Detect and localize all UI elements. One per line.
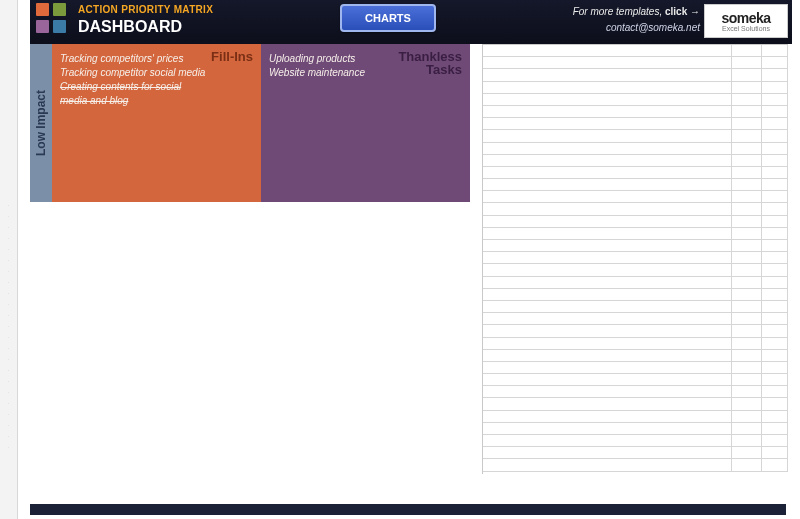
more-templates-link[interactable]: For more templates, click → (573, 6, 700, 17)
cell[interactable] (732, 277, 762, 288)
cell[interactable] (732, 69, 762, 80)
cell[interactable] (762, 45, 788, 56)
cell[interactable] (732, 106, 762, 117)
cell[interactable] (483, 386, 732, 397)
cell[interactable] (732, 57, 762, 68)
cell[interactable] (732, 203, 762, 214)
table-row[interactable] (483, 313, 788, 325)
cell[interactable] (483, 228, 732, 239)
table-row[interactable] (483, 338, 788, 350)
table-row[interactable] (483, 350, 788, 362)
cell[interactable] (762, 374, 788, 385)
cell[interactable] (483, 216, 732, 227)
table-row[interactable] (483, 57, 788, 69)
cell[interactable] (732, 350, 762, 361)
cell[interactable] (732, 82, 762, 93)
cell[interactable] (483, 289, 732, 300)
table-row[interactable] (483, 228, 788, 240)
table-row[interactable] (483, 179, 788, 191)
cell[interactable] (483, 143, 732, 154)
cell[interactable] (732, 398, 762, 409)
table-row[interactable] (483, 118, 788, 130)
cell[interactable] (762, 203, 788, 214)
cell[interactable] (483, 82, 732, 93)
cell[interactable] (762, 179, 788, 190)
cell[interactable] (483, 45, 732, 56)
table-row[interactable] (483, 398, 788, 410)
cell[interactable] (762, 216, 788, 227)
cell[interactable] (483, 69, 732, 80)
quadrant-fill-ins[interactable]: Fill-Ins Tracking competitors' pricesTra… (52, 44, 261, 202)
cell[interactable] (762, 277, 788, 288)
quadrant-thankless-tasks[interactable]: ThanklessTasks Uploading productsWebsite… (261, 44, 470, 202)
cell[interactable] (762, 252, 788, 263)
data-grid[interactable] (482, 44, 788, 474)
cell[interactable] (483, 130, 732, 141)
cell[interactable] (732, 313, 762, 324)
cell[interactable] (732, 130, 762, 141)
task-item[interactable]: Creating contents for social media and b… (60, 80, 210, 108)
cell[interactable] (483, 411, 732, 422)
cell[interactable] (732, 301, 762, 312)
cell[interactable] (762, 155, 788, 166)
table-row[interactable] (483, 155, 788, 167)
table-row[interactable] (483, 362, 788, 374)
table-row[interactable] (483, 264, 788, 276)
cell[interactable] (762, 386, 788, 397)
cell[interactable] (732, 191, 762, 202)
cell[interactable] (483, 191, 732, 202)
cell[interactable] (732, 179, 762, 190)
cell[interactable] (732, 228, 762, 239)
cell[interactable] (483, 362, 732, 373)
cell[interactable] (762, 57, 788, 68)
cell[interactable] (732, 362, 762, 373)
cell[interactable] (732, 459, 762, 470)
cell[interactable] (762, 143, 788, 154)
cell[interactable] (483, 398, 732, 409)
cell[interactable] (483, 459, 732, 470)
task-item[interactable]: Tracking competitor social media (60, 66, 210, 80)
cell[interactable] (762, 435, 788, 446)
table-row[interactable] (483, 143, 788, 155)
cell[interactable] (762, 325, 788, 336)
cell[interactable] (483, 301, 732, 312)
cell[interactable] (762, 289, 788, 300)
cell[interactable] (483, 94, 732, 105)
cell[interactable] (732, 338, 762, 349)
cell[interactable] (762, 240, 788, 251)
cell[interactable] (762, 411, 788, 422)
cell[interactable] (762, 459, 788, 470)
contact-email[interactable]: contact@someka.net (606, 22, 700, 33)
cell[interactable] (483, 277, 732, 288)
table-row[interactable] (483, 423, 788, 435)
task-item[interactable]: Website maintenance (269, 66, 419, 80)
cell[interactable] (732, 289, 762, 300)
table-row[interactable] (483, 130, 788, 142)
cell[interactable] (762, 69, 788, 80)
cell[interactable] (762, 191, 788, 202)
cell[interactable] (483, 313, 732, 324)
cell[interactable] (762, 338, 788, 349)
cell[interactable] (762, 350, 788, 361)
table-row[interactable] (483, 191, 788, 203)
cell[interactable] (483, 374, 732, 385)
table-row[interactable] (483, 106, 788, 118)
cell[interactable] (732, 252, 762, 263)
cell[interactable] (762, 423, 788, 434)
cell[interactable] (732, 435, 762, 446)
cell[interactable] (732, 325, 762, 336)
cell[interactable] (483, 155, 732, 166)
cell[interactable] (483, 240, 732, 251)
cell[interactable] (732, 94, 762, 105)
cell[interactable] (732, 423, 762, 434)
table-row[interactable] (483, 203, 788, 215)
cell[interactable] (762, 94, 788, 105)
cell[interactable] (762, 362, 788, 373)
table-row[interactable] (483, 411, 788, 423)
brand-badge[interactable]: someka Excel Solutions (704, 4, 788, 38)
table-row[interactable] (483, 167, 788, 179)
cell[interactable] (762, 301, 788, 312)
cell[interactable] (483, 179, 732, 190)
table-row[interactable] (483, 216, 788, 228)
table-row[interactable] (483, 69, 788, 81)
